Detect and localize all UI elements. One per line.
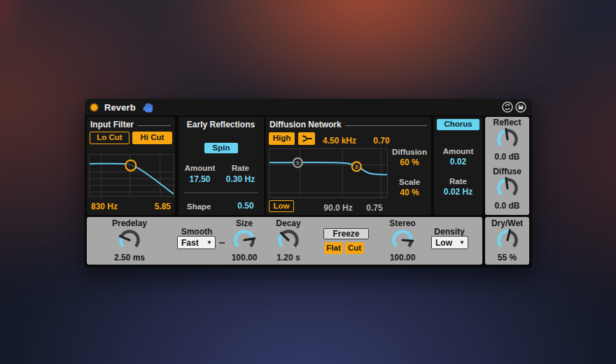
device-activator-led[interactable] xyxy=(90,103,99,112)
predelay-value[interactable]: 2.50 ms xyxy=(114,253,145,262)
dry-wet-section: Dry/Wet 55 % xyxy=(485,217,529,265)
desktop-background: Reverb xyxy=(0,0,616,364)
svg-text:1: 1 xyxy=(296,160,300,166)
smooth-select[interactable]: Fast ▼ xyxy=(177,236,216,249)
reflect-label: Reflect xyxy=(493,118,521,127)
freeze-button[interactable]: Freeze xyxy=(323,228,369,239)
input-filter-title: Input Filter xyxy=(90,120,134,130)
decay-knob[interactable] xyxy=(276,228,300,252)
input-filter-q-value[interactable]: 5.85 xyxy=(155,202,171,211)
diffuse-knob[interactable] xyxy=(496,176,519,200)
diffusion-network-section: Diffusion Network High 4.50 kHz 0.70 12 xyxy=(266,117,431,215)
divider xyxy=(184,192,258,193)
er-amount-value[interactable]: 17.50 xyxy=(189,174,210,184)
lo-cut-button[interactable]: Lo Cut xyxy=(90,132,130,144)
chorus-rate-label: Rate xyxy=(449,176,467,186)
chorus-amount-label: Amount xyxy=(443,146,473,156)
predelay-label: Predelay xyxy=(112,219,147,228)
diffusion-label: Diffusion xyxy=(392,148,427,157)
diffusion-graph[interactable]: 12 xyxy=(269,148,388,198)
decay-value[interactable]: 1.20 s xyxy=(276,253,300,262)
global-controls-section: Predelay 2.50 ms Smooth Fast ▼ Size 100.… xyxy=(87,217,482,265)
early-reflections-title: Early Reflections xyxy=(187,120,255,130)
high-q-value[interactable]: 0.70 xyxy=(373,136,389,146)
diffusion-value[interactable]: 60 % xyxy=(400,157,419,168)
stereo-knob[interactable] xyxy=(391,228,414,252)
er-rate-label: Rate xyxy=(232,164,249,172)
size-label: Size xyxy=(236,219,253,228)
chorus-amount-value[interactable]: 0.02 xyxy=(450,156,466,167)
er-amount-label: Amount xyxy=(185,164,215,172)
early-reflections-section: Early Reflections Spin Amount Rate 17.50… xyxy=(178,117,264,215)
smooth-select-value: Fast xyxy=(181,238,199,248)
input-filter-section: Input Filter Lo Cut Hi Cut 830 Hz 5.85 xyxy=(87,117,175,215)
size-value[interactable]: 100.00 xyxy=(232,253,258,262)
device-body: Input Filter Lo Cut Hi Cut 830 Hz 5.85 E… xyxy=(85,115,532,267)
er-shape-value[interactable]: 0.50 xyxy=(237,201,253,211)
cut-button[interactable]: Cut xyxy=(345,242,364,254)
header-rule xyxy=(137,125,171,126)
spin-button[interactable]: Spin xyxy=(204,143,238,153)
hot-swap-icon[interactable] xyxy=(502,102,513,113)
input-filter-freq-value[interactable]: 830 Hz xyxy=(91,202,118,211)
chorus-rate-value[interactable]: 0.02 Hz xyxy=(444,186,472,197)
er-rate-value[interactable]: 0.30 Hz xyxy=(226,174,255,184)
predelay-knob[interactable] xyxy=(118,228,141,252)
smooth-label: Smooth xyxy=(181,227,213,237)
stereo-value[interactable]: 100.00 xyxy=(390,253,416,262)
chorus-section: Chorus Amount 0.02 Rate 0.02 Hz xyxy=(434,117,482,215)
diffusion-network-title: Diffusion Network xyxy=(270,120,342,130)
er-shape-label: Shape xyxy=(187,202,211,211)
decay-label: Decay xyxy=(276,219,300,228)
size-knob[interactable] xyxy=(232,228,256,252)
save-preset-icon[interactable] xyxy=(515,102,526,113)
svg-text:2: 2 xyxy=(355,164,358,170)
shelf-filter-type-icon[interactable] xyxy=(298,132,315,145)
low-q-value[interactable]: 0.75 xyxy=(366,203,382,213)
dry-wet-knob[interactable] xyxy=(496,228,519,252)
output-levels-section: Reflect 0.0 dB Diffuse 0.0 dB xyxy=(485,117,529,215)
high-shelf-button[interactable]: High xyxy=(269,132,295,145)
dry-wet-value[interactable]: 55 % xyxy=(498,253,517,262)
density-label: Density xyxy=(434,227,464,237)
stereo-label: Stereo xyxy=(389,219,415,228)
flat-button[interactable]: Flat xyxy=(324,242,343,254)
chevron-down-icon: ▼ xyxy=(206,239,212,246)
device-titlebar[interactable]: Reverb xyxy=(85,99,532,115)
diffuse-value[interactable]: 0.0 dB xyxy=(494,201,519,211)
scale-value[interactable]: 40 % xyxy=(400,187,419,198)
diffuse-label: Diffuse xyxy=(493,167,522,176)
header-rule xyxy=(345,125,427,126)
hi-cut-button[interactable]: Hi Cut xyxy=(132,132,172,144)
chorus-button[interactable]: Chorus xyxy=(437,119,479,130)
high-freq-value[interactable]: 4.50 kHz xyxy=(323,136,356,146)
dry-wet-label: Dry/Wet xyxy=(491,219,523,228)
reverb-device: Reverb xyxy=(85,99,532,267)
input-filter-graph[interactable] xyxy=(89,154,174,197)
density-select[interactable]: Low ▼ xyxy=(431,236,468,249)
hand-icon xyxy=(142,102,154,113)
reflect-knob[interactable] xyxy=(496,127,519,151)
device-title: Reverb xyxy=(104,102,136,113)
reflect-value[interactable]: 0.0 dB xyxy=(494,152,519,162)
density-select-value: Low xyxy=(435,238,452,248)
low-freq-value[interactable]: 90.0 Hz xyxy=(323,203,352,213)
scale-label: Scale xyxy=(399,178,420,187)
low-shelf-button[interactable]: Low xyxy=(269,200,294,212)
chevron-down-icon: ▼ xyxy=(459,239,465,246)
